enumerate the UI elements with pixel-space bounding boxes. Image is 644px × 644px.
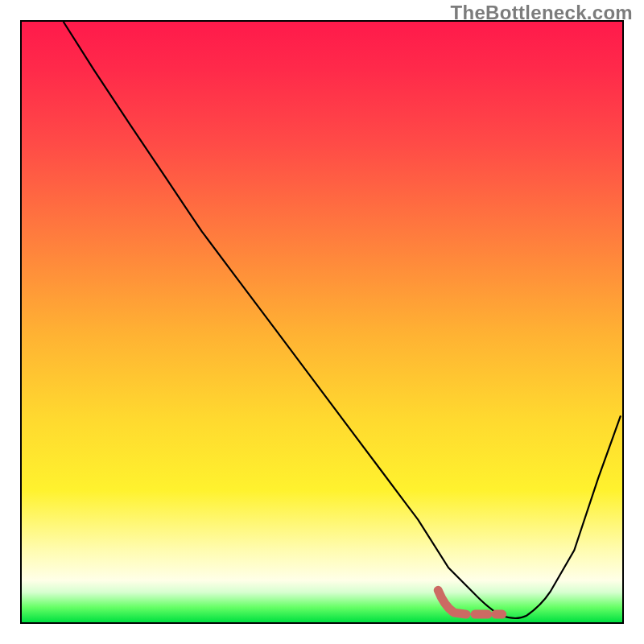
chart-stage: TheBottleneck.com (0, 0, 644, 644)
curve-layer (22, 22, 622, 622)
plot-frame (20, 20, 624, 624)
bottleneck-curve (64, 22, 621, 618)
